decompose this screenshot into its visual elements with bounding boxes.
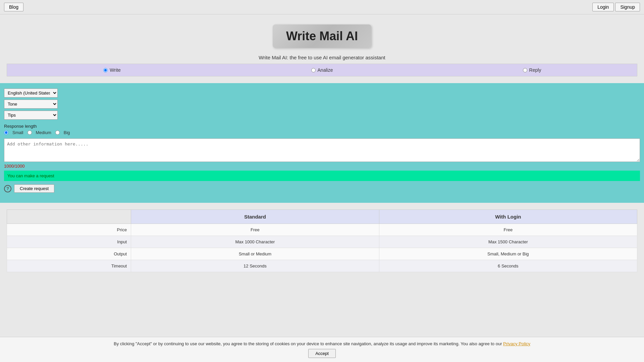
tab-write-label[interactable]: Write	[110, 67, 120, 73]
main-form-area: English (United States) Spanish French G…	[0, 83, 644, 203]
mode-tabs: Write Analize Reply	[7, 64, 637, 76]
request-status-bar: You can make a request	[4, 171, 640, 181]
pricing-row-label: Input	[7, 236, 131, 248]
tab-reply[interactable]: Reply	[427, 64, 637, 76]
pricing-login-value: 6 Seconds	[379, 260, 637, 272]
hero-section: Write Mail AI Write Mail AI: the free to…	[0, 14, 644, 83]
pricing-col-blank	[7, 210, 131, 224]
hero-title-box: Write Mail AI	[273, 24, 371, 48]
pricing-standard-value: Free	[131, 224, 379, 236]
radio-big[interactable]	[55, 130, 60, 135]
pricing-col-with-login: With Login	[379, 210, 637, 224]
create-request-row: ? Create request	[4, 184, 640, 193]
radio-reply[interactable]	[523, 68, 527, 72]
pricing-section: Standard With Login Price Free Free Inpu…	[0, 203, 644, 286]
char-count: 1000/1000	[4, 164, 640, 169]
response-length-label: Response length	[4, 124, 640, 129]
radio-analize[interactable]	[311, 68, 316, 72]
response-length-options: Small Medium Big	[4, 130, 640, 135]
header: Blog Login Signup	[0, 0, 644, 14]
additional-info-textarea[interactable]	[4, 138, 640, 162]
table-row: Timeout 12 Seconds 6 Seconds	[7, 260, 637, 272]
hero-subtitle: Write Mail AI: the free to use AI email …	[7, 55, 637, 60]
dropdown-group: English (United States) Spanish French G…	[4, 88, 640, 120]
pricing-standard-value: Max 1000 Character	[131, 236, 379, 248]
pricing-login-value: Free	[379, 224, 637, 236]
login-button[interactable]: Login	[592, 3, 614, 11]
table-row: Price Free Free	[7, 224, 637, 236]
medium-label[interactable]: Medium	[36, 130, 51, 135]
table-row: Input Max 1000 Character Max 1500 Charac…	[7, 236, 637, 248]
radio-medium[interactable]	[28, 130, 32, 135]
table-row: Output Small or Medium Small, Medium or …	[7, 248, 637, 260]
small-label[interactable]: Small	[12, 130, 23, 135]
pricing-standard-value: Small or Medium	[131, 248, 379, 260]
pricing-row-label: Price	[7, 224, 131, 236]
signup-button[interactable]: Signup	[615, 3, 640, 11]
language-select[interactable]: English (United States) Spanish French G…	[4, 88, 58, 98]
response-length-section: Response length Small Medium Big	[4, 124, 640, 135]
big-label[interactable]: Big	[64, 130, 70, 135]
header-right: Login Signup	[592, 3, 640, 11]
pricing-login-value: Small, Medium or Big	[379, 248, 637, 260]
help-icon[interactable]: ?	[4, 185, 11, 192]
app-title: Write Mail AI	[286, 29, 358, 43]
pricing-row-label: Output	[7, 248, 131, 260]
radio-small[interactable]	[4, 130, 8, 135]
pricing-table: Standard With Login Price Free Free Inpu…	[7, 209, 637, 272]
pricing-login-value: Max 1500 Character	[379, 236, 637, 248]
header-left: Blog	[4, 3, 23, 11]
blog-button[interactable]: Blog	[4, 3, 23, 11]
tab-analize-label[interactable]: Analize	[318, 67, 333, 73]
tone-select[interactable]: Tone Formal Informal Friendly Profession…	[4, 100, 58, 109]
tab-reply-label[interactable]: Reply	[529, 67, 541, 73]
tab-write[interactable]: Write	[7, 64, 217, 76]
pricing-col-standard: Standard	[131, 210, 379, 224]
tab-analize[interactable]: Analize	[217, 64, 427, 76]
radio-write[interactable]	[103, 68, 108, 72]
pricing-standard-value: 12 Seconds	[131, 260, 379, 272]
create-request-button[interactable]: Create request	[14, 184, 54, 193]
tips-select[interactable]: Tips Tip 1 Tip 2 Tip 3	[4, 111, 58, 120]
pricing-row-label: Timeout	[7, 260, 131, 272]
